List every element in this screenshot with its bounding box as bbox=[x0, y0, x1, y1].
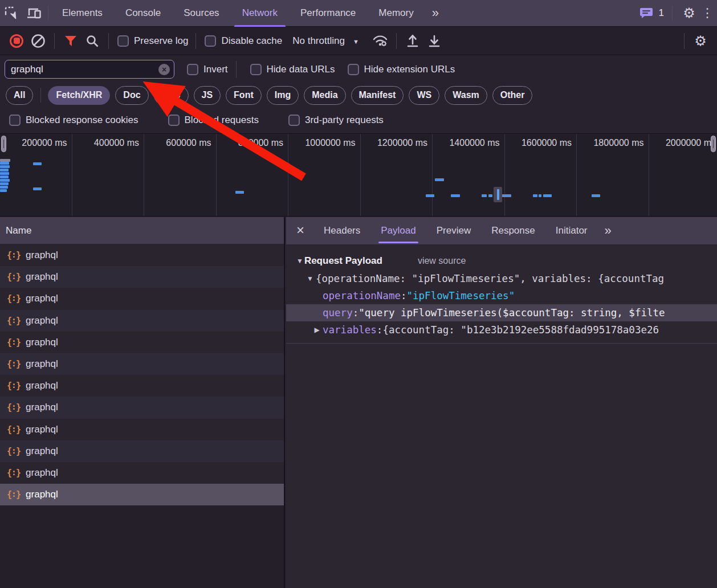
hide-extension-urls-checkbox[interactable] bbox=[348, 64, 359, 75]
toggle-device-toolbar-icon[interactable] bbox=[23, 3, 46, 23]
request-row[interactable]: {∶}graphql bbox=[0, 244, 284, 266]
request-row[interactable]: {∶}graphql bbox=[0, 440, 284, 462]
filter-options-row: Blocked response cookiesBlocked requests… bbox=[0, 107, 717, 134]
network-conditions-icon[interactable] bbox=[369, 31, 391, 51]
network-settings-gear-icon[interactable]: ⚙ bbox=[690, 31, 711, 51]
timeline-column: 800000 ms bbox=[217, 134, 289, 217]
throttling-caret-icon[interactable]: ▼ bbox=[353, 38, 359, 45]
request-row[interactable]: {∶}graphql bbox=[0, 310, 284, 332]
filter-chip-other[interactable]: Other bbox=[492, 86, 533, 105]
payload-tree-row[interactable]: ▶variables: {accountTag: "b12e3b2192ee55… bbox=[286, 321, 717, 338]
filter-chip-ws[interactable]: WS bbox=[409, 86, 439, 105]
option-blocked-requests: Blocked requests bbox=[168, 115, 261, 126]
filter-chip-all[interactable]: All bbox=[6, 86, 33, 105]
payload-tree-row[interactable]: ▼{operationName: "ipFlowTimeseries", var… bbox=[286, 270, 717, 287]
network-overview-timeline[interactable]: 200000 ms400000 ms600000 ms800000 ms1000… bbox=[0, 134, 717, 217]
clear-filter-icon[interactable]: × bbox=[158, 64, 170, 75]
request-row[interactable]: {∶}graphql bbox=[0, 375, 284, 397]
request-details-panel: × HeadersPayloadPreviewResponseInitiator… bbox=[286, 217, 717, 588]
divider bbox=[40, 88, 41, 103]
more-panels-icon[interactable]: » bbox=[425, 6, 445, 21]
invert-checkbox[interactable] bbox=[187, 64, 198, 75]
preserve-log-label: Preserve log bbox=[134, 35, 188, 47]
json-request-icon: {∶} bbox=[7, 359, 21, 369]
waterfall-bar bbox=[0, 175, 9, 178]
request-row[interactable]: {∶}graphql bbox=[0, 462, 284, 484]
request-row[interactable]: {∶}graphql bbox=[0, 419, 284, 440]
waterfall-bar bbox=[33, 162, 42, 165]
request-rows: {∶}graphql{∶}graphql{∶}graphql{∶}graphql… bbox=[0, 244, 284, 505]
filter-chip-font[interactable]: Font bbox=[226, 86, 262, 105]
inspect-element-icon[interactable] bbox=[0, 3, 23, 23]
clear-network-log-icon[interactable] bbox=[27, 31, 49, 51]
name-column-header[interactable]: Name bbox=[0, 217, 284, 244]
request-row[interactable]: {∶}graphql bbox=[0, 397, 284, 418]
request-row[interactable]: {∶}graphql bbox=[0, 353, 284, 375]
option-checkbox[interactable] bbox=[288, 115, 300, 126]
detail-tab-payload[interactable]: Payload bbox=[370, 217, 426, 245]
settings-gear-icon[interactable]: ⚙ bbox=[681, 3, 698, 23]
waterfall-bar bbox=[482, 194, 487, 197]
divider bbox=[48, 6, 48, 21]
filter-chip-manifest[interactable]: Manifest bbox=[351, 86, 404, 105]
request-name: graphql bbox=[26, 337, 58, 348]
detail-tab-initiator[interactable]: Initiator bbox=[545, 217, 598, 245]
overview-handle[interactable] bbox=[711, 136, 716, 152]
filter-icon[interactable] bbox=[60, 31, 82, 51]
import-har-icon[interactable] bbox=[402, 31, 423, 51]
waterfall-bar bbox=[533, 194, 537, 197]
expand-toggle-icon[interactable]: ▶ bbox=[311, 326, 323, 334]
request-row[interactable]: {∶}graphql bbox=[0, 266, 284, 288]
tab-sources[interactable]: Sources bbox=[172, 0, 230, 27]
record-network-log-icon[interactable] bbox=[6, 31, 27, 51]
option-checkbox[interactable] bbox=[168, 115, 180, 126]
preserve-log-checkbox[interactable] bbox=[117, 35, 129, 47]
waterfall-bar bbox=[451, 194, 460, 197]
tab-memory[interactable]: Memory bbox=[367, 0, 425, 27]
divider bbox=[396, 33, 397, 49]
filter-input[interactable] bbox=[5, 64, 174, 75]
hide-data-urls-checkbox[interactable] bbox=[250, 64, 262, 75]
tab-network[interactable]: Network bbox=[231, 0, 289, 27]
filter-chip-wasm[interactable]: Wasm bbox=[445, 86, 487, 105]
filter-chip-img[interactable]: Img bbox=[267, 86, 299, 105]
tab-elements[interactable]: Elements bbox=[51, 0, 114, 27]
waterfall-bar bbox=[435, 178, 444, 181]
export-har-icon[interactable] bbox=[423, 31, 445, 51]
waterfall-bar bbox=[539, 194, 541, 197]
tab-performance[interactable]: Performance bbox=[289, 0, 367, 27]
section-collapse-icon[interactable]: ▼ bbox=[296, 257, 303, 265]
payload-tree-row[interactable]: operationName: "ipFlowTimeseries" bbox=[286, 287, 717, 304]
waterfall-bar bbox=[0, 165, 10, 168]
detail-tab-headers[interactable]: Headers bbox=[313, 217, 370, 245]
filter-chip-css[interactable]: CSS bbox=[154, 86, 189, 105]
network-filter-row: × Invert Hide data URLs Hide extension U… bbox=[0, 55, 717, 83]
close-details-icon[interactable]: × bbox=[286, 222, 313, 240]
detail-tab-response[interactable]: Response bbox=[481, 217, 545, 245]
timeline-column: 1200000 ms bbox=[361, 134, 433, 217]
divider bbox=[684, 33, 685, 49]
expand-toggle-icon[interactable]: ▼ bbox=[304, 275, 316, 283]
filter-chip-fetchxhr[interactable]: Fetch/XHR bbox=[48, 86, 110, 105]
request-row[interactable]: {∶}graphql bbox=[0, 484, 284, 505]
overview-handle[interactable] bbox=[1, 136, 6, 152]
timeline-tick-label: 1800000 ms bbox=[593, 138, 643, 148]
search-icon[interactable] bbox=[82, 31, 103, 51]
issues-icon[interactable] bbox=[638, 3, 655, 23]
more-detail-tabs-icon[interactable]: » bbox=[598, 223, 617, 238]
option-checkbox[interactable] bbox=[9, 115, 21, 126]
throttling-select[interactable]: No throttling bbox=[292, 35, 345, 47]
kebab-menu-icon[interactable]: ⋮ bbox=[698, 3, 717, 23]
filter-chip-doc[interactable]: Doc bbox=[115, 86, 148, 105]
request-row[interactable]: {∶}graphql bbox=[0, 288, 284, 309]
tab-console[interactable]: Console bbox=[114, 0, 172, 27]
view-source-link[interactable]: view source bbox=[418, 256, 466, 266]
detail-tab-preview[interactable]: Preview bbox=[426, 217, 481, 245]
filter-chip-js[interactable]: JS bbox=[194, 86, 221, 105]
disable-cache-checkbox[interactable] bbox=[205, 35, 216, 47]
payload-value: "query ipFlowTimeseries($accountTag: str… bbox=[358, 307, 665, 318]
request-row[interactable]: {∶}graphql bbox=[0, 332, 284, 353]
payload-tree-row[interactable]: query: "query ipFlowTimeseries($accountT… bbox=[286, 304, 717, 321]
filter-chip-media[interactable]: Media bbox=[304, 86, 345, 105]
waterfall-bar bbox=[235, 191, 244, 194]
